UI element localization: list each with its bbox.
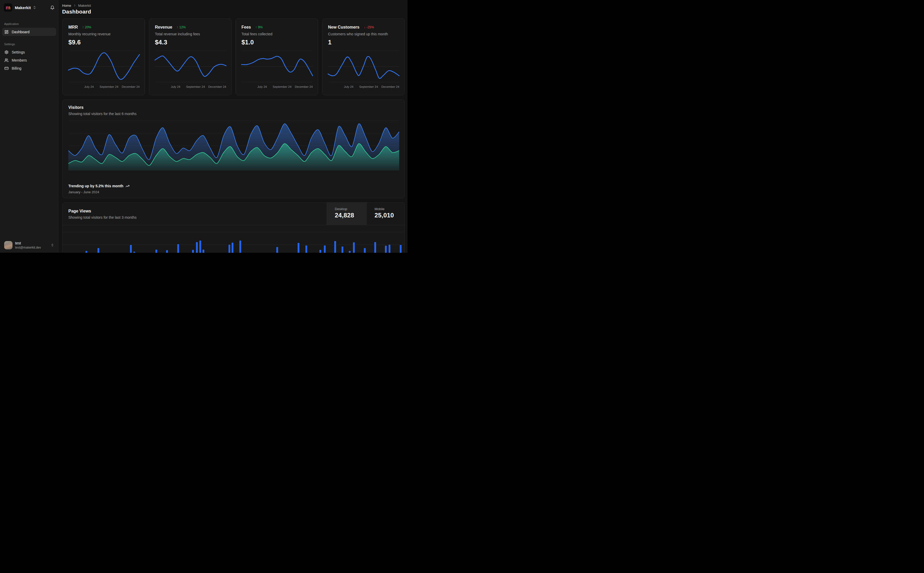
page-views-bar	[229, 245, 230, 253]
page-views-bar	[385, 246, 387, 253]
chevrons-up-down-icon[interactable]	[33, 6, 36, 9]
page-views-bar	[192, 250, 194, 253]
visitors-panel: Visitors Showing total visitors for the …	[63, 100, 405, 198]
device-toggles: Desktop 24,828 Mobile 25,010	[327, 203, 405, 225]
trend-badge: ↑12%	[177, 25, 186, 29]
toggle-desktop[interactable]: Desktop 24,828	[327, 203, 367, 225]
sidebar-item-label: Settings	[12, 50, 25, 54]
x-axis-label: September 24	[100, 85, 118, 88]
user-name: test	[15, 241, 41, 245]
x-axis-labels: July 24September 24December 24	[155, 85, 226, 89]
visitors-subtitle: Showing total visitors for the last 6 mo…	[68, 112, 399, 116]
page-views-bar	[177, 244, 179, 253]
chevron-right-icon	[73, 4, 77, 7]
x-axis-label: July 24	[257, 85, 267, 88]
stat-card-fees: Fees ↑9% Total fees collected $1.0 July …	[235, 19, 318, 96]
sidebar-item-dashboard[interactable]: Dashboard	[2, 28, 56, 36]
stat-value: $1.0	[242, 39, 312, 46]
x-axis-label: December 24	[381, 85, 399, 88]
users-icon	[5, 58, 9, 62]
sidebar-nav: Application Dashboard Settings Settings …	[0, 15, 58, 72]
user-email: test@makerkit.dev	[15, 246, 41, 249]
page-views-header: Page Views Showing total visitors for th…	[63, 203, 405, 225]
x-axis-labels: July 24September 24December 24	[242, 85, 313, 89]
trend-up-icon: ↑	[177, 25, 178, 29]
stat-description: Monthly recurring revenue	[68, 32, 139, 36]
stat-value: 1	[328, 39, 399, 46]
page-views-bar	[86, 251, 87, 253]
mobile-total: 25,010	[375, 212, 405, 219]
stat-card-new-customers: New Customers ↓-25% Customers who signed…	[322, 19, 405, 96]
x-axis-label: December 24	[208, 85, 226, 88]
page-views-bar	[353, 242, 355, 253]
chevrons-up-down-icon[interactable]	[51, 243, 54, 247]
nav-section-settings: Settings	[2, 36, 56, 48]
user-menu[interactable]: test test@makerkit.dev	[0, 238, 58, 253]
desktop-total: 24,828	[335, 212, 367, 219]
stat-description: Total fees collected	[242, 32, 312, 36]
breadcrumb-home-link[interactable]: Home	[62, 4, 71, 8]
visitors-area-chart	[68, 120, 399, 171]
revenue-sparkline-chart	[155, 49, 226, 84]
page-views-bar	[324, 246, 326, 253]
page-title: Dashboard	[62, 9, 91, 15]
workspace-switcher[interactable]: m Makerkit	[0, 0, 58, 15]
sidebar-item-label: Dashboard	[12, 30, 30, 34]
page-views-bar	[202, 250, 204, 253]
fees-sparkline-chart	[242, 49, 313, 84]
page-views-bar	[239, 241, 241, 253]
credit-card-icon	[5, 66, 9, 70]
page-views-bar	[133, 252, 135, 253]
user-avatar	[4, 241, 13, 249]
new-customers-sparkline-chart	[328, 49, 399, 84]
trend-value: -25%	[367, 25, 374, 29]
sidebar-item-label: Members	[12, 58, 27, 62]
page-views-bar	[196, 242, 198, 253]
sidebar-item-billing[interactable]: Billing	[2, 64, 56, 72]
x-axis-label: September 24	[273, 85, 291, 88]
trending-up-icon	[126, 184, 129, 188]
sidebar-item-settings[interactable]: Settings	[2, 48, 56, 56]
x-axis-label: December 24	[122, 85, 140, 88]
page-views-bar	[364, 248, 366, 253]
notifications-bell-icon[interactable]	[50, 5, 55, 10]
page-views-bar	[342, 246, 344, 253]
page-views-bar	[232, 243, 234, 253]
visitors-title: Visitors	[68, 105, 399, 110]
page-views-bar	[400, 245, 402, 253]
stat-card-mrr: MRR ↑20% Monthly recurring revenue $9.6 …	[63, 19, 145, 96]
sidebar-item-members[interactable]: Members	[2, 56, 56, 64]
trend-up-icon: ↑	[82, 25, 84, 29]
bars-container	[68, 225, 399, 253]
x-axis-label: September 24	[359, 85, 378, 88]
stat-value: $9.6	[68, 39, 139, 46]
trend-value: 9%	[258, 25, 262, 29]
toggle-label: Mobile	[375, 207, 405, 211]
stat-cards-row: MRR ↑20% Monthly recurring revenue $9.6 …	[63, 19, 405, 96]
x-axis-label: July 24	[171, 85, 180, 88]
breadcrumb-current: Makerkit	[78, 4, 91, 8]
page-views-bar	[97, 248, 99, 253]
toggle-mobile[interactable]: Mobile 25,010	[367, 203, 405, 225]
mrr-sparkline-chart	[68, 49, 140, 84]
stat-title: New Customers	[328, 25, 359, 30]
page-views-bar	[334, 241, 336, 253]
trend-badge: ↓-25%	[364, 25, 374, 29]
sidebar-item-label: Billing	[12, 66, 21, 70]
visitors-date-range: January - June 2024	[68, 190, 99, 194]
breadcrumb: Home Makerkit	[62, 4, 91, 8]
page-views-bar	[389, 245, 391, 253]
x-axis-labels: July 24September 24December 24	[68, 85, 140, 89]
trend-value: 12%	[179, 25, 186, 29]
stat-description: Total revenue including fees	[155, 32, 226, 36]
page-views-bar	[166, 250, 168, 253]
user-meta: test test@makerkit.dev	[15, 241, 41, 249]
page-views-bar	[276, 247, 278, 253]
page-views-bar-chart	[63, 225, 405, 253]
x-axis-label: July 24	[344, 85, 353, 88]
visitors-trend-text: Trending up by 5.2% this month	[68, 184, 124, 188]
page-views-bar	[155, 250, 157, 253]
page-views-bar	[199, 241, 201, 253]
stat-title: Fees	[242, 25, 251, 30]
dashboard-app: m Makerkit Application Dashboard Setting…	[0, 0, 408, 253]
